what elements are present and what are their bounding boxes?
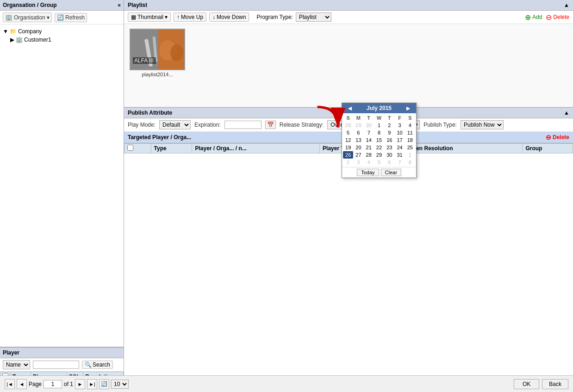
thumbnail-label: playlist2014...: [130, 72, 185, 77]
tree-customer1[interactable]: ▶ 🏢 Customer1: [3, 36, 121, 44]
cal-cell-23[interactable]: 23: [384, 144, 394, 151]
cal-cell-14[interactable]: 14: [364, 136, 374, 144]
cal-cell-29b[interactable]: 29: [374, 151, 384, 159]
player-search-input[interactable]: [33, 361, 79, 369]
cal-cell-12[interactable]: 12: [343, 136, 353, 144]
calendar-month-year: July 2015: [367, 105, 392, 111]
cal-cell-19[interactable]: 19: [343, 144, 353, 151]
cal-cell-6b[interactable]: 6: [384, 159, 394, 166]
move-up-button[interactable]: ↑ Move Up: [174, 12, 206, 22]
cal-cell-8[interactable]: 8: [374, 129, 384, 136]
cal-day-s1: S: [343, 114, 353, 122]
prev-page-button[interactable]: ◄: [17, 379, 27, 389]
cal-cell-13[interactable]: 13: [353, 136, 363, 144]
calendar-clear-button[interactable]: Clear: [381, 169, 401, 176]
right-panel-scroll-up[interactable]: ▲: [564, 2, 569, 8]
tree-root[interactable]: ▼ 📁 Company: [3, 27, 121, 36]
calendar-next-button[interactable]: ►: [403, 104, 413, 112]
move-up-label: Move Up: [181, 14, 203, 20]
targeted-col-type: Type: [151, 144, 192, 153]
calendar-header-row: S M T W T F S: [343, 114, 415, 122]
refresh-page-button[interactable]: 🔄: [99, 379, 109, 389]
cal-cell-5b[interactable]: 5: [374, 159, 384, 166]
refresh-button[interactable]: 🔄 Refresh: [55, 13, 87, 22]
last-page-button[interactable]: ►|: [87, 379, 97, 389]
cal-cell-4b[interactable]: 4: [364, 159, 374, 166]
publish-attr-scroll[interactable]: ▲: [564, 110, 569, 116]
add-label: Add: [532, 14, 542, 20]
cal-cell-28b[interactable]: 28: [364, 151, 374, 159]
cal-cell-29a[interactable]: 29: [353, 122, 363, 129]
thumbnail-button[interactable]: ▦ Thumbnail ▾: [128, 12, 171, 22]
calendar-prev-button[interactable]: ◄: [345, 104, 355, 112]
per-page-select[interactable]: 10 25 50: [111, 380, 129, 389]
cal-cell-21[interactable]: 21: [364, 144, 374, 151]
next-page-button[interactable]: ►: [75, 379, 85, 389]
publish-type-select[interactable]: Publish Now Schedule: [461, 120, 504, 129]
company-node-label: Company: [18, 28, 42, 35]
cal-cell-15[interactable]: 15: [374, 136, 384, 144]
calendar-trigger-button[interactable]: 📅: [265, 121, 276, 129]
cal-cell-22[interactable]: 22: [374, 144, 384, 151]
cal-day-s2: S: [405, 114, 415, 122]
cal-cell-16[interactable]: 16: [384, 136, 394, 144]
pagination-controls: |◄ ◄ Page of 1 ► ►| 🔄 10 25 50: [5, 379, 129, 389]
org-tree: ▼ 📁 Company ▶ 🏢 Customer1: [0, 24, 124, 347]
organisation-button[interactable]: 🏢 Organisation ▾: [3, 12, 52, 22]
cal-cell-7[interactable]: 7: [364, 129, 374, 136]
cal-cell-11[interactable]: 11: [405, 129, 415, 136]
add-icon: ⊕: [525, 13, 531, 22]
cal-cell-1b[interactable]: 1: [405, 151, 415, 159]
page-input[interactable]: [44, 380, 62, 388]
calendar-today-button[interactable]: Today: [357, 169, 379, 176]
add-button[interactable]: ⊕ Add: [525, 13, 542, 22]
cal-cell-3b[interactable]: 3: [353, 159, 363, 166]
cal-cell-27[interactable]: 27: [353, 151, 363, 159]
cal-cell-30b[interactable]: 30: [384, 151, 394, 159]
org-toolbar: 🏢 Organisation ▾ 🔄 Refresh: [0, 11, 124, 24]
calendar-week-2: 5 6 7 8 9 10 11: [343, 129, 415, 136]
expiration-input[interactable]: [224, 121, 262, 129]
player-name-select[interactable]: Name: [3, 360, 30, 369]
cal-cell-7b[interactable]: 7: [394, 159, 405, 166]
cal-cell-26[interactable]: 26: [343, 151, 353, 159]
cal-cell-18[interactable]: 18: [405, 136, 415, 144]
cal-cell-1[interactable]: 1: [374, 122, 384, 129]
cal-cell-20[interactable]: 20: [353, 144, 363, 151]
back-button[interactable]: Back: [542, 379, 568, 389]
targeted-select-all[interactable]: [127, 145, 133, 151]
cal-cell-10[interactable]: 10: [394, 129, 405, 136]
cal-cell-2[interactable]: 2: [384, 122, 394, 129]
release-strategy-label: Release Strategy:: [280, 122, 324, 128]
cal-cell-4[interactable]: 4: [405, 122, 415, 129]
delete-button[interactable]: ⊖ Delete: [546, 13, 569, 22]
targeted-delete-button[interactable]: ⊖ Delete: [546, 134, 569, 141]
cal-cell-3[interactable]: 3: [394, 122, 405, 129]
player-header: Player: [0, 347, 124, 358]
left-panel-collapse-icon[interactable]: «: [118, 2, 121, 8]
calendar-footer: Today Clear: [342, 167, 416, 178]
cal-cell-8b[interactable]: 8: [405, 159, 415, 166]
cal-cell-24[interactable]: 24: [394, 144, 405, 151]
cal-cell-28a[interactable]: 28: [343, 122, 353, 129]
first-page-button[interactable]: |◄: [5, 379, 15, 389]
move-down-button[interactable]: ↓ Move Down: [209, 12, 249, 22]
play-mode-select[interactable]: Default Custom: [159, 120, 191, 129]
cal-day-t1: T: [364, 114, 374, 122]
targeted-delete-label: Delete: [553, 134, 569, 141]
cal-cell-2b[interactable]: 2: [343, 159, 353, 166]
playlist-thumbnail[interactable]: ALFA III playlist2014...: [130, 29, 185, 77]
cal-cell-25[interactable]: 25: [405, 144, 415, 151]
program-type-select[interactable]: Playlist Schedule: [296, 12, 331, 22]
cal-cell-17[interactable]: 17: [394, 136, 405, 144]
targeted-col-player: Player / Orga... / n...: [192, 144, 320, 153]
search-button[interactable]: 🔍 Search: [82, 361, 113, 369]
cal-cell-30a[interactable]: 30: [364, 122, 374, 129]
cal-cell-31[interactable]: 31: [394, 151, 405, 159]
cal-cell-9[interactable]: 9: [384, 129, 394, 136]
cal-cell-6[interactable]: 6: [353, 129, 363, 136]
action-buttons: OK Back: [514, 379, 568, 389]
ok-button[interactable]: OK: [514, 379, 539, 389]
cal-day-f: F: [394, 114, 405, 122]
cal-cell-5[interactable]: 5: [343, 129, 353, 136]
